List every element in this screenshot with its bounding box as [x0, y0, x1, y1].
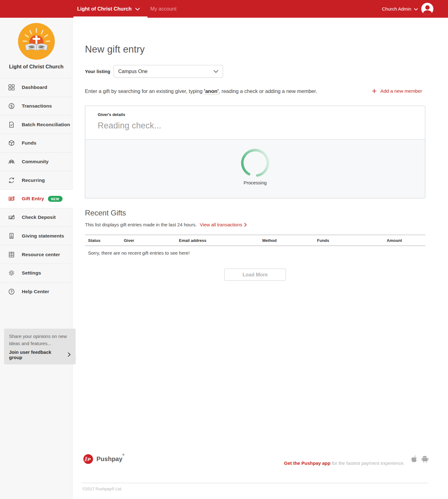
footer-divider — [82, 483, 428, 483]
sidebar-item-check-deposit[interactable]: $ Check Deposit — [0, 208, 72, 227]
sidebar-item-label: Community — [22, 159, 49, 164]
chevron-down-icon — [414, 6, 418, 12]
sidebar-item-gift-entry[interactable]: Gift Entry NEW — [0, 189, 72, 208]
user-menu-label: Church Admin — [382, 6, 411, 12]
chevron-down-icon — [213, 70, 218, 73]
listing-select[interactable]: Campus One — [114, 65, 223, 78]
recent-gifts-title: Recent Gifts — [85, 209, 126, 217]
gift-entry-icon — [8, 195, 15, 202]
processing-panel: Processing — [85, 139, 425, 198]
sidebar-item-label: Check Deposit — [22, 215, 56, 220]
listing-label: Your listing — [85, 69, 110, 74]
svg-text:$: $ — [10, 104, 12, 109]
sidebar-item-giving-statements[interactable]: $ Giving statements — [0, 227, 72, 245]
new-badge: NEW — [48, 196, 63, 202]
svg-text:P: P — [87, 457, 91, 462]
column-funds: Funds — [317, 238, 387, 243]
column-method: Method — [262, 238, 317, 243]
user-menu[interactable]: Church Admin — [382, 0, 418, 18]
svg-text:?: ? — [10, 290, 12, 293]
pushpay-wordmark: Pushpay® — [96, 455, 124, 463]
sidebar-item-label: Giving statements — [22, 233, 64, 239]
dashboard-icon — [8, 84, 15, 91]
my-account-tab[interactable]: My account — [150, 0, 176, 18]
batch-reconciliation-icon — [8, 121, 15, 128]
sidebar-item-settings[interactable]: Settings — [0, 264, 72, 282]
plus-icon: + — [372, 87, 376, 95]
sidebar-item-label: Help Center — [22, 289, 49, 294]
processing-label: Processing — [85, 180, 425, 185]
feedback-panel: Share your opinions on new ideas and fea… — [4, 329, 76, 364]
page-title: New gift entry — [85, 44, 145, 55]
view-all-transactions-link[interactable]: View all transactions — [200, 222, 246, 227]
pushpay-logo: P Pushpay® — [83, 454, 124, 464]
listing-select-value: Campus One — [118, 69, 147, 74]
sidebar-item-community[interactable]: Community — [0, 152, 72, 171]
giver-details-heading: Giver's details — [98, 112, 413, 117]
sidebar-item-dashboard[interactable]: Dashboard — [0, 78, 72, 97]
org-switcher[interactable]: Light of Christ Church — [77, 0, 140, 18]
settings-icon — [8, 270, 15, 276]
sidebar-nav: Dashboard $ Transactions Batch Reconcili… — [0, 78, 72, 301]
copyright-text: ©2017 Pushpay® Ltd. — [82, 487, 122, 491]
join-feedback-group-link[interactable]: Join user feedback group — [9, 349, 71, 360]
feedback-text: Share your opinions on new ideas and fea… — [9, 333, 71, 347]
sidebar-item-label: Resource center — [22, 252, 60, 257]
giving-statements-icon: $ — [8, 233, 15, 239]
load-more-button[interactable]: Load More — [224, 269, 286, 281]
giver-details-card: Giver's details Reading check... Process… — [85, 106, 425, 198]
chevron-right-icon — [244, 223, 247, 227]
sidebar-item-label: Dashboard — [22, 85, 47, 90]
store-icons — [411, 455, 428, 463]
sidebar-item-label: Funds — [22, 140, 36, 146]
column-amount: Amount — [387, 238, 425, 243]
my-account-label: My account — [150, 6, 176, 12]
column-status: Status — [88, 238, 124, 243]
active-tab-indicator — [73, 16, 147, 18]
community-icon — [8, 158, 15, 165]
empty-list-message: Sorry, there are no recent gift entries … — [88, 250, 190, 256]
instruction-text: Enter a gift by searching for an existin… — [85, 88, 317, 94]
check-deposit-icon: $ — [8, 214, 15, 221]
get-app-text: Get the Pushpay app for the fastest paym… — [284, 460, 405, 466]
android-icon — [422, 455, 428, 463]
add-new-member-button[interactable]: + Add a new member — [372, 87, 422, 95]
add-new-member-label: Add a new member — [380, 88, 422, 94]
sidebar-item-label: Gift Entry — [22, 196, 44, 201]
pushpay-mark-icon: P — [83, 454, 93, 464]
recent-gifts-description: This list displays gift entries made in … — [85, 222, 247, 227]
sidebar-item-resource-center[interactable]: Resource center — [0, 245, 72, 264]
svg-text:$: $ — [11, 233, 12, 236]
sidebar-item-label: Transactions — [22, 103, 52, 109]
sidebar-item-label: Batch Reconciliation — [22, 122, 70, 127]
sidebar-item-label: Settings — [22, 270, 41, 276]
org-switcher-label: Light of Christ Church — [77, 6, 132, 12]
giver-search-placeholder[interactable]: Reading check... — [98, 121, 413, 131]
recurring-icon — [8, 177, 15, 184]
sidebar-item-batch-reconciliation[interactable]: Batch Reconciliation — [0, 115, 72, 134]
processing-spinner-icon — [241, 149, 269, 178]
help-center-icon: ? — [8, 288, 15, 295]
church-logo — [18, 23, 55, 60]
sidebar-item-transactions[interactable]: $ Transactions — [0, 97, 72, 115]
sidebar-item-label: Recurring — [22, 178, 45, 183]
chevron-down-icon — [135, 6, 140, 12]
get-pushpay-app-link[interactable]: Get the Pushpay app — [284, 460, 330, 466]
apple-icon — [411, 455, 418, 463]
chevron-right-icon — [68, 353, 71, 357]
sidebar: Light of Christ Church Dashboard $ Trans… — [0, 18, 72, 499]
sidebar-item-funds[interactable]: Funds — [0, 134, 72, 152]
resource-center-icon — [8, 251, 15, 258]
anon-hint[interactable]: 'anon' — [204, 88, 218, 95]
avatar-person-icon — [425, 5, 430, 10]
funds-icon — [8, 140, 15, 146]
column-email: Email address — [179, 238, 262, 243]
top-bar: Light of Christ Church My account Church… — [0, 0, 448, 18]
recent-gifts-table-header: Status Giver Email address Method Funds … — [85, 235, 425, 246]
sidebar-org-name: Light of Christ Church — [0, 64, 72, 70]
sidebar-item-recurring[interactable]: Recurring — [0, 171, 72, 189]
column-giver: Giver — [124, 238, 179, 243]
sidebar-item-help-center[interactable]: ? Help Center — [0, 282, 72, 301]
avatar[interactable] — [421, 3, 433, 15]
transactions-icon: $ — [8, 103, 15, 109]
